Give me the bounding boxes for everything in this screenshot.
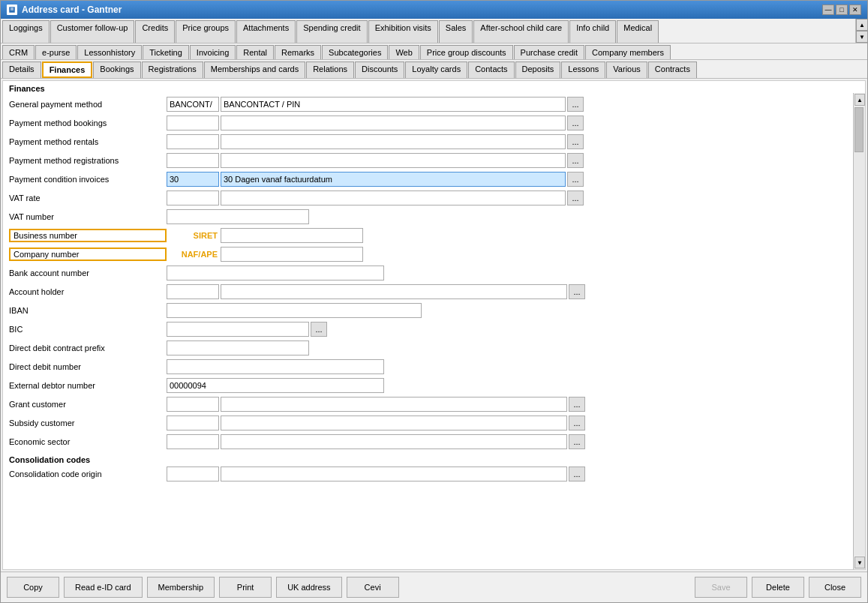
copy-button[interactable]: Copy [7,577,59,598]
consolidation-origin-value[interactable] [221,466,567,482]
tab-bookings[interactable]: Bookings [93,62,140,78]
tab-credits[interactable]: Credits [135,20,175,43]
general-payment-value[interactable] [221,97,566,112]
payment-bookings-value[interactable] [221,116,566,130]
tab-loyalty-cards[interactable]: Loyalty cards [405,62,467,78]
tab-deposits[interactable]: Deposits [515,62,561,78]
external-debtor-input[interactable] [167,378,384,393]
tab-attachments[interactable]: Attachments [236,20,296,43]
economic-sector-browse-button[interactable]: ... [569,434,585,449]
payment-registrations-browse-button[interactable]: ... [567,153,584,168]
nafape-input[interactable] [221,247,363,262]
tab-exhibition-visits[interactable]: Exhibition visits [368,20,438,43]
tab-registrations[interactable]: Registrations [142,62,203,78]
tab-various[interactable]: Various [606,62,647,78]
tab-web[interactable]: Web [389,45,419,59]
tab-contacts[interactable]: Contacts [468,62,514,78]
debit-number-input[interactable] [167,359,384,374]
read-eid-button[interactable]: Read e-ID card [64,577,143,598]
tab-purchase-credit[interactable]: Purchase credit [514,45,584,59]
save-button[interactable]: Save [695,577,747,598]
subsidy-customer-browse-button[interactable]: ... [569,416,585,430]
tab-company-members[interactable]: Company members [585,45,671,59]
tab-remarks[interactable]: Remarks [275,45,321,59]
tab-rental[interactable]: Rental [236,45,274,59]
tab-price-group-discounts[interactable]: Price group discounts [420,45,513,59]
account-holder-browse-button[interactable]: ... [569,284,585,299]
economic-sector-value[interactable] [221,434,567,449]
tab-subcategories[interactable]: Subcategories [322,45,388,59]
tab-after-school[interactable]: After-school child care [473,20,569,43]
tab-loggings[interactable]: Loggings [2,20,50,43]
vertical-scrollbar[interactable]: ▲ ▼ [853,93,865,569]
tab-discounts[interactable]: Discounts [355,62,404,78]
tab-lessonhistory[interactable]: Lessonhistory [77,45,142,59]
debit-prefix-input[interactable] [167,340,309,356]
vat-number-input[interactable] [167,209,309,224]
tabs-scroll-up[interactable]: ▲ [856,19,868,31]
scroll-thumb[interactable] [854,107,863,152]
membership-button[interactable]: Membership [147,577,215,598]
tab-details[interactable]: Details [2,62,41,78]
vat-rate-browse-button[interactable]: ... [567,190,584,206]
close-title-button[interactable]: ✕ [849,4,861,15]
vat-number-row: VAT number [9,208,847,225]
iban-input[interactable] [167,303,422,318]
cevi-button[interactable]: Cevi [347,577,399,598]
consolidation-origin-code[interactable] [167,466,219,482]
subsidy-customer-code[interactable] [167,416,219,430]
bic-browse-button[interactable]: ... [311,322,327,337]
tab-customer-followup[interactable]: Customer follow-up [50,20,135,43]
tab-finances[interactable]: Finances [42,62,93,78]
payment-rentals-browse-button[interactable]: ... [567,134,584,149]
consolidation-origin-browse-button[interactable]: ... [569,466,585,482]
grant-customer-value[interactable] [221,397,567,412]
tab-crm[interactable]: CRM [2,45,35,59]
account-holder-value[interactable] [221,284,567,299]
maximize-button[interactable]: □ [836,4,848,15]
tab-spending-credit[interactable]: Spending credit [296,20,367,43]
business-number-label: Business number [9,229,167,242]
tab-contracts[interactable]: Contracts [648,62,697,78]
payment-bookings-label: Payment method bookings [9,118,167,128]
general-payment-code[interactable] [167,97,219,112]
bic-input[interactable] [167,322,309,337]
minimize-button[interactable]: — [822,4,834,15]
payment-registrations-code[interactable] [167,153,219,168]
payment-condition-code[interactable] [167,172,219,187]
payment-registrations-value[interactable] [221,153,566,168]
tab-relations[interactable]: Relations [306,62,354,78]
siret-input[interactable] [221,228,363,243]
tab-sales[interactable]: Sales [439,20,473,43]
tab-epurse[interactable]: e-purse [35,45,77,59]
payment-rentals-value[interactable] [221,134,566,149]
tab-ticketing[interactable]: Ticketing [143,45,189,59]
tab-lessons[interactable]: Lessons [561,62,605,78]
payment-rentals-code[interactable] [167,134,219,149]
payment-bookings-code[interactable] [167,116,219,130]
scroll-up-btn[interactable]: ▲ [854,94,865,106]
tabs-scroll-down[interactable]: ▼ [856,31,868,43]
grant-customer-code[interactable] [167,397,219,412]
grant-customer-browse-button[interactable]: ... [569,397,585,412]
tab-price-groups[interactable]: Price groups [176,20,236,43]
payment-condition-value[interactable] [221,172,566,187]
vat-rate-value[interactable] [221,190,566,206]
general-payment-browse-button[interactable]: ... [567,97,584,112]
account-holder-code[interactable] [167,284,219,299]
close-button[interactable]: Close [809,577,861,598]
tab-medical[interactable]: Medical [617,20,659,43]
tab-invoicing[interactable]: Invoicing [190,45,236,59]
bank-account-input[interactable] [167,266,384,280]
uk-address-button[interactable]: UK address [276,577,341,598]
subsidy-customer-value[interactable] [221,416,567,430]
print-button[interactable]: Print [219,577,272,598]
delete-button[interactable]: Delete [752,577,804,598]
tab-info-child[interactable]: Info child [569,20,616,43]
scroll-down-btn[interactable]: ▼ [854,556,865,568]
vat-rate-code[interactable] [167,190,219,206]
payment-condition-browse-button[interactable]: ... [567,172,584,187]
tab-memberships-cards[interactable]: Memberships and cards [204,62,305,78]
payment-bookings-browse-button[interactable]: ... [567,116,584,130]
economic-sector-code[interactable] [167,434,219,449]
